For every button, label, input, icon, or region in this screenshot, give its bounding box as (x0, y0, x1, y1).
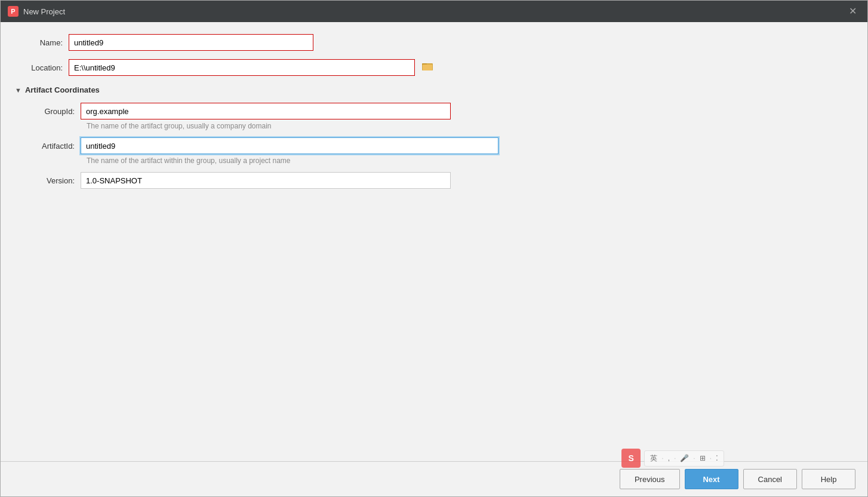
close-button[interactable]: ✕ (845, 5, 860, 17)
sougou-icon: S (621, 449, 641, 468)
artifact-section-title: Artifact Coordinates (25, 85, 100, 94)
artifactid-hint: The name of the artifact within the grou… (87, 157, 853, 165)
cancel-button[interactable]: Cancel (743, 469, 797, 489)
ime-punctuation[interactable]: , (666, 453, 672, 464)
artifactid-input[interactable] (81, 137, 498, 154)
version-label: Version: (27, 176, 81, 185)
app-icon: P (8, 6, 19, 17)
dialog-footer: Previous Next Cancel Help (1, 461, 867, 496)
name-input[interactable] (69, 34, 313, 51)
new-project-dialog: P New Project ✕ Name: Location: (0, 0, 868, 497)
location-label: Location: (15, 63, 69, 72)
location-input[interactable] (69, 59, 415, 76)
ime-keyboard[interactable]: ⊞ (698, 453, 707, 464)
groupid-label: GroupId: (27, 107, 81, 116)
collapse-arrow[interactable]: ▼ (15, 87, 21, 94)
groupid-input[interactable] (81, 103, 451, 119)
dialog-title: New Project (23, 7, 65, 16)
artifactid-row: ArtifactId: (27, 137, 853, 154)
artifact-section-body: GroupId: The name of the artifact group,… (15, 103, 853, 189)
version-row: Version: (27, 172, 853, 189)
previous-button[interactable]: Previous (620, 469, 680, 489)
groupid-hint: The name of the artifact group, usually … (87, 122, 853, 130)
name-row: Name: (15, 34, 853, 51)
name-label: Name: (15, 38, 69, 47)
ime-lang[interactable]: 英 (648, 452, 659, 465)
artifactid-label: ArtifactId: (27, 142, 81, 151)
ime-mic[interactable]: 🎤 (678, 453, 691, 464)
title-bar: P New Project ✕ (1, 1, 867, 22)
browse-button[interactable] (420, 60, 435, 75)
title-bar-left: P New Project (8, 6, 65, 17)
groupid-row: GroupId: (27, 103, 853, 119)
version-input[interactable] (81, 172, 451, 189)
svg-rect-2 (423, 65, 432, 70)
ime-bar: 英 · , · 🎤 · ⊞ · ⁚ (644, 450, 724, 467)
ime-tools[interactable]: ⁚ (714, 453, 720, 464)
help-button[interactable]: Help (802, 469, 855, 489)
location-row: Location: (15, 59, 853, 76)
next-button[interactable]: Next (685, 469, 738, 489)
artifact-section-header: ▼ Artifact Coordinates (15, 85, 853, 94)
ime-toolbar: S 英 · , · 🎤 · ⊞ · ⁚ (621, 449, 724, 468)
dialog-content: Name: Location: ▼ Artifact Coordinates (1, 22, 867, 461)
folder-icon (422, 62, 433, 71)
